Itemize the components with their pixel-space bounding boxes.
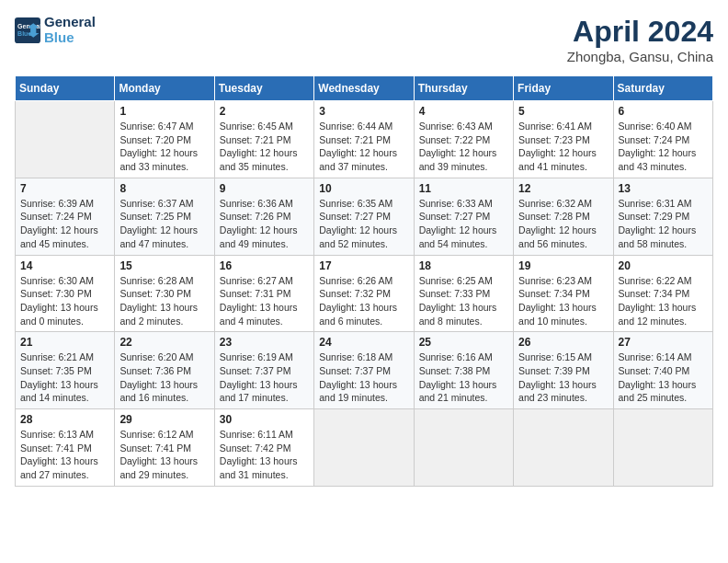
calendar-cell: 30Sunrise: 6:11 AMSunset: 7:42 PMDayligh… <box>214 409 313 487</box>
day-info: Sunrise: 6:47 AMSunset: 7:20 PMDaylight:… <box>119 120 209 174</box>
logo: General Blue General Blue <box>15 15 96 45</box>
day-info: Sunrise: 6:30 AMSunset: 7:30 PMDaylight:… <box>20 274 109 328</box>
calendar-cell <box>613 409 712 487</box>
calendar-cell: 9Sunrise: 6:36 AMSunset: 7:26 PMDaylight… <box>214 178 313 255</box>
day-number: 11 <box>419 182 508 195</box>
day-number: 18 <box>419 259 508 272</box>
day-number: 19 <box>518 259 608 272</box>
day-number: 15 <box>119 259 209 272</box>
calendar-table: SundayMondayTuesdayWednesdayThursdayFrid… <box>15 75 713 487</box>
day-number: 14 <box>20 259 109 272</box>
calendar-cell: 16Sunrise: 6:27 AMSunset: 7:31 PMDayligh… <box>214 255 313 332</box>
calendar-week-row: 14Sunrise: 6:30 AMSunset: 7:30 PMDayligh… <box>16 255 713 332</box>
day-info: Sunrise: 6:45 AMSunset: 7:21 PMDaylight:… <box>220 120 309 174</box>
day-info: Sunrise: 6:12 AMSunset: 7:41 PMDaylight:… <box>119 428 209 482</box>
day-info: Sunrise: 6:40 AMSunset: 7:24 PMDaylight:… <box>619 120 708 174</box>
day-header-tuesday: Tuesday <box>214 76 313 101</box>
day-info: Sunrise: 6:36 AMSunset: 7:26 PMDaylight:… <box>220 197 309 251</box>
day-header-thursday: Thursday <box>414 76 513 101</box>
calendar-cell: 14Sunrise: 6:30 AMSunset: 7:30 PMDayligh… <box>16 255 115 332</box>
day-number: 7 <box>20 182 109 195</box>
day-header-wednesday: Wednesday <box>314 76 414 101</box>
day-number: 16 <box>220 259 309 272</box>
day-info: Sunrise: 6:11 AMSunset: 7:42 PMDaylight:… <box>220 428 309 482</box>
svg-text:General: General <box>17 22 40 29</box>
calendar-cell: 22Sunrise: 6:20 AMSunset: 7:36 PMDayligh… <box>115 332 214 409</box>
day-number: 6 <box>619 105 708 118</box>
calendar-cell: 6Sunrise: 6:40 AMSunset: 7:24 PMDaylight… <box>613 101 712 178</box>
day-number: 29 <box>119 413 209 426</box>
day-number: 17 <box>319 259 408 272</box>
calendar-header-row: SundayMondayTuesdayWednesdayThursdayFrid… <box>16 76 713 101</box>
calendar-cell: 4Sunrise: 6:43 AMSunset: 7:22 PMDaylight… <box>414 101 513 178</box>
day-info: Sunrise: 6:27 AMSunset: 7:31 PMDaylight:… <box>220 274 309 328</box>
day-info: Sunrise: 6:33 AMSunset: 7:27 PMDaylight:… <box>419 197 508 251</box>
title-block: April 2024 Zhongba, Gansu, China <box>567 15 713 64</box>
calendar-cell: 25Sunrise: 6:16 AMSunset: 7:38 PMDayligh… <box>414 332 513 409</box>
day-info: Sunrise: 6:37 AMSunset: 7:25 PMDaylight:… <box>119 197 209 251</box>
calendar-cell: 28Sunrise: 6:13 AMSunset: 7:41 PMDayligh… <box>16 409 115 487</box>
day-info: Sunrise: 6:35 AMSunset: 7:27 PMDaylight:… <box>319 197 408 251</box>
day-info: Sunrise: 6:43 AMSunset: 7:22 PMDaylight:… <box>419 120 508 174</box>
day-info: Sunrise: 6:25 AMSunset: 7:33 PMDaylight:… <box>419 274 508 328</box>
logo-icon: General Blue <box>15 17 40 43</box>
calendar-cell <box>414 409 513 487</box>
day-info: Sunrise: 6:21 AMSunset: 7:35 PMDaylight:… <box>20 350 109 405</box>
day-header-monday: Monday <box>115 76 214 101</box>
day-info: Sunrise: 6:13 AMSunset: 7:41 PMDaylight:… <box>20 428 109 482</box>
page-header: General Blue General Blue April 2024 Zho… <box>15 15 713 64</box>
day-info: Sunrise: 6:19 AMSunset: 7:37 PMDaylight:… <box>220 350 309 405</box>
month-year-title: April 2024 <box>567 15 713 49</box>
calendar-cell: 15Sunrise: 6:28 AMSunset: 7:30 PMDayligh… <box>115 255 214 332</box>
day-info: Sunrise: 6:16 AMSunset: 7:38 PMDaylight:… <box>419 350 508 405</box>
calendar-cell: 11Sunrise: 6:33 AMSunset: 7:27 PMDayligh… <box>414 178 513 255</box>
calendar-cell: 13Sunrise: 6:31 AMSunset: 7:29 PMDayligh… <box>613 178 712 255</box>
day-number: 23 <box>220 336 309 349</box>
calendar-cell: 3Sunrise: 6:44 AMSunset: 7:21 PMDaylight… <box>314 101 414 178</box>
day-number: 26 <box>518 336 608 349</box>
calendar-cell: 2Sunrise: 6:45 AMSunset: 7:21 PMDaylight… <box>214 101 313 178</box>
day-number: 25 <box>419 336 508 349</box>
day-number: 9 <box>220 182 309 195</box>
day-header-sunday: Sunday <box>16 76 115 101</box>
day-header-saturday: Saturday <box>613 76 712 101</box>
calendar-cell <box>514 409 613 487</box>
location-subtitle: Zhongba, Gansu, China <box>567 49 713 64</box>
day-number: 5 <box>518 105 608 118</box>
day-info: Sunrise: 6:31 AMSunset: 7:29 PMDaylight:… <box>619 197 708 251</box>
calendar-week-row: 7Sunrise: 6:39 AMSunset: 7:24 PMDaylight… <box>16 178 713 255</box>
day-info: Sunrise: 6:44 AMSunset: 7:21 PMDaylight:… <box>319 120 408 174</box>
calendar-cell: 5Sunrise: 6:41 AMSunset: 7:23 PMDaylight… <box>514 101 613 178</box>
day-info: Sunrise: 6:22 AMSunset: 7:34 PMDaylight:… <box>619 274 708 328</box>
calendar-cell: 12Sunrise: 6:32 AMSunset: 7:28 PMDayligh… <box>514 178 613 255</box>
day-number: 27 <box>619 336 708 349</box>
day-number: 8 <box>119 182 209 195</box>
calendar-cell: 17Sunrise: 6:26 AMSunset: 7:32 PMDayligh… <box>314 255 414 332</box>
calendar-cell: 24Sunrise: 6:18 AMSunset: 7:37 PMDayligh… <box>314 332 414 409</box>
day-info: Sunrise: 6:41 AMSunset: 7:23 PMDaylight:… <box>518 120 608 174</box>
calendar-cell <box>16 101 115 178</box>
day-number: 28 <box>20 413 109 426</box>
calendar-cell: 27Sunrise: 6:14 AMSunset: 7:40 PMDayligh… <box>613 332 712 409</box>
day-number: 22 <box>119 336 209 349</box>
day-number: 4 <box>419 105 508 118</box>
calendar-cell: 19Sunrise: 6:23 AMSunset: 7:34 PMDayligh… <box>514 255 613 332</box>
calendar-cell: 21Sunrise: 6:21 AMSunset: 7:35 PMDayligh… <box>16 332 115 409</box>
calendar-week-row: 28Sunrise: 6:13 AMSunset: 7:41 PMDayligh… <box>16 409 713 487</box>
calendar-week-row: 1Sunrise: 6:47 AMSunset: 7:20 PMDaylight… <box>16 101 713 178</box>
calendar-week-row: 21Sunrise: 6:21 AMSunset: 7:35 PMDayligh… <box>16 332 713 409</box>
calendar-cell: 1Sunrise: 6:47 AMSunset: 7:20 PMDaylight… <box>115 101 214 178</box>
day-info: Sunrise: 6:20 AMSunset: 7:36 PMDaylight:… <box>119 350 209 405</box>
calendar-cell <box>314 409 414 487</box>
day-number: 1 <box>119 105 209 118</box>
day-number: 30 <box>220 413 309 426</box>
day-info: Sunrise: 6:32 AMSunset: 7:28 PMDaylight:… <box>518 197 608 251</box>
calendar-cell: 23Sunrise: 6:19 AMSunset: 7:37 PMDayligh… <box>214 332 313 409</box>
calendar-cell: 10Sunrise: 6:35 AMSunset: 7:27 PMDayligh… <box>314 178 414 255</box>
calendar-cell: 29Sunrise: 6:12 AMSunset: 7:41 PMDayligh… <box>115 409 214 487</box>
calendar-cell: 8Sunrise: 6:37 AMSunset: 7:25 PMDaylight… <box>115 178 214 255</box>
day-number: 2 <box>220 105 309 118</box>
day-number: 20 <box>619 259 708 272</box>
calendar-cell: 18Sunrise: 6:25 AMSunset: 7:33 PMDayligh… <box>414 255 513 332</box>
day-number: 24 <box>319 336 408 349</box>
